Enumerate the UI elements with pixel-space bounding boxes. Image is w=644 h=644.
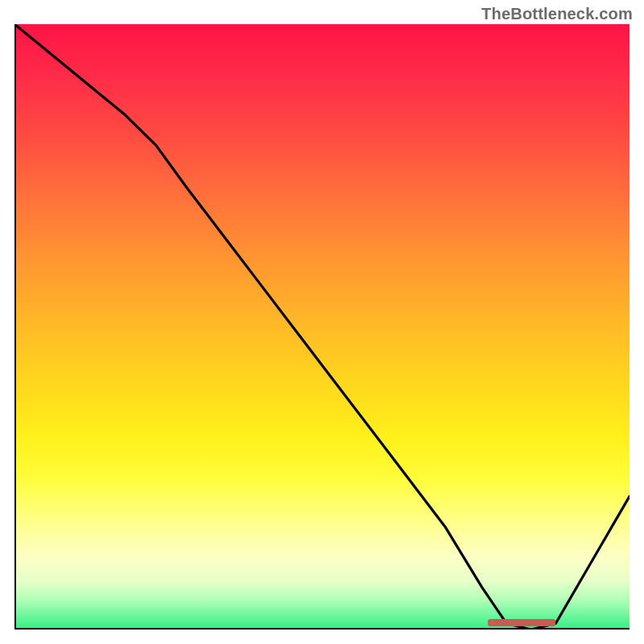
watermark-text: TheBottleneck.com [481,5,633,23]
trough-marker [488,619,555,626]
y-axis [14,24,16,630]
curve-layer [14,24,630,630]
chart-stage: TheBottleneck.com [0,0,644,644]
bottleneck-curve [14,24,630,630]
x-axis [14,628,630,630]
